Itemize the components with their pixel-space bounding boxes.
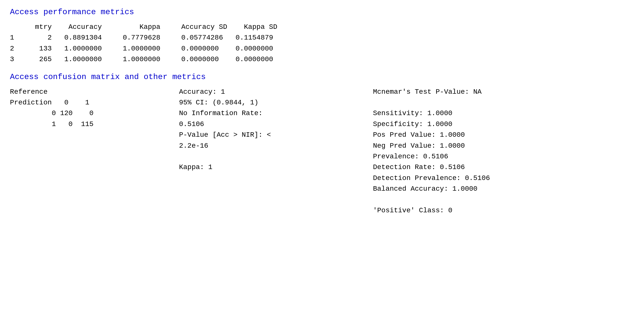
confusion-stats-right: Mcnemar's Test P-Value: NA Sensitivity: … (373, 86, 547, 216)
confusion-stats-middle-text: Accuracy: 1 95% CI: (0.9844, 1) No Infor… (179, 86, 353, 173)
metrics-table: mtry Accuracy Kappa Accuracy SD Kappa SD… (10, 22, 634, 65)
confusion-section: Access confusion matrix and other metric… (10, 72, 634, 216)
confusion-stats-right-text: Mcnemar's Test P-Value: NA Sensitivity: … (373, 86, 547, 216)
confusion-matrix: Reference Prediction 0 1 0 120 0 1 0 115 (10, 86, 159, 216)
page-container: Access performance metrics mtry Accuracy… (10, 8, 634, 216)
confusion-content: Reference Prediction 0 1 0 120 0 1 0 115… (10, 86, 634, 216)
confusion-matrix-text: Reference Prediction 0 1 0 120 0 1 0 115 (10, 86, 159, 130)
confusion-stats-middle: Accuracy: 1 95% CI: (0.9844, 1) No Infor… (179, 86, 353, 216)
performance-heading: Access performance metrics (10, 8, 634, 17)
confusion-heading: Access confusion matrix and other metric… (10, 72, 634, 82)
performance-section: Access performance metrics mtry Accuracy… (10, 8, 634, 65)
